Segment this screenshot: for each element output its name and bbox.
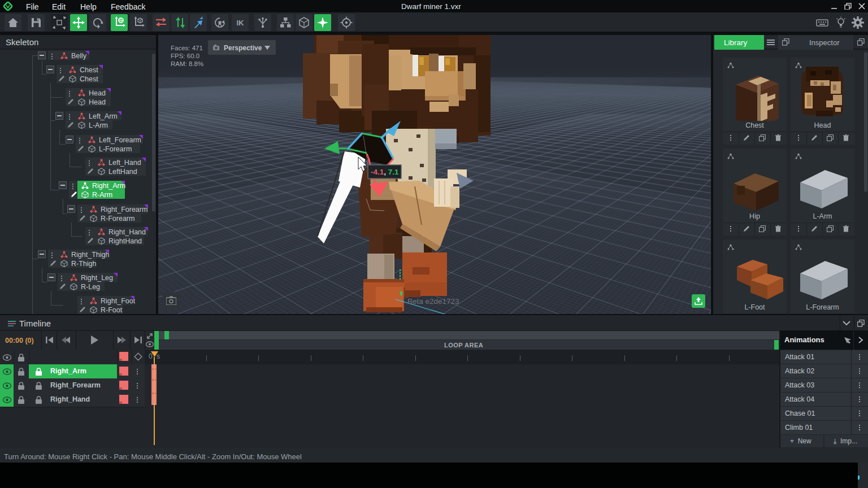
svg-text:-4.1, 7.1: -4.1, 7.1 — [371, 168, 399, 176]
svg-text:IK: IK — [237, 19, 245, 27]
